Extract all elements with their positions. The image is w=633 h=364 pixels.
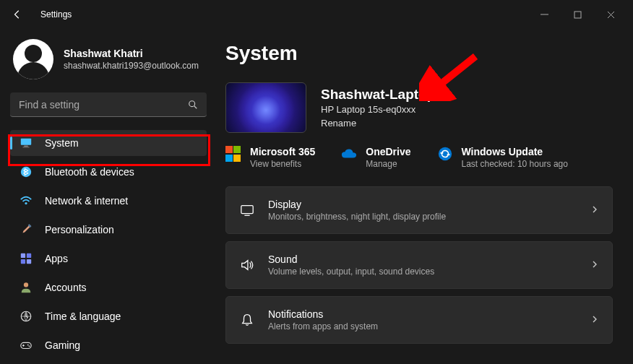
person-icon	[19, 280, 33, 295]
maximize-icon	[574, 11, 582, 19]
sidebar-item-system[interactable]: System	[10, 130, 207, 156]
service-title: Microsoft 365	[250, 146, 315, 157]
sidebar-item-label: System	[45, 137, 79, 149]
sidebar: Shashwat Khatri shashwat.khatri1993@outl…	[0, 29, 217, 364]
main-content: System Shashwat-Laptop HP Laptop 15s-eq0…	[217, 29, 633, 364]
service-microsoft-[interactable]: Microsoft 365View benefits	[225, 146, 315, 169]
monitor-icon	[19, 136, 33, 150]
service-title: Windows Update	[462, 146, 568, 157]
page-title: System	[225, 42, 613, 65]
window-controls	[528, 3, 627, 26]
card-title: Sound	[268, 254, 590, 265]
cloud-icon	[341, 146, 357, 162]
svg-point-19	[438, 147, 451, 160]
device-info: Shashwat-Laptop HP Laptop 15s-eq0xxx Ren…	[225, 82, 613, 133]
user-email: shashwat.khatri1993@outlook.com	[64, 61, 199, 71]
sidebar-item-label: Bluetooth & devices	[45, 166, 134, 178]
svg-rect-1	[574, 12, 581, 18]
service-windows-update[interactable]: Windows UpdateLast checked: 10 hours ago	[437, 146, 568, 169]
sidebar-item-label: Gaming	[45, 339, 80, 351]
device-name: Shashwat-Laptop	[321, 87, 435, 103]
maximize-button[interactable]	[561, 3, 594, 26]
service-action: Manage	[366, 159, 410, 169]
card-title: Display	[268, 199, 590, 210]
svg-rect-13	[27, 259, 31, 264]
sound-icon	[239, 257, 255, 273]
svg-rect-10	[21, 254, 25, 258]
sidebar-item-accounts[interactable]: Accounts	[10, 274, 207, 300]
apps-icon	[19, 251, 33, 266]
sidebar-item-gaming[interactable]: Gaming	[10, 332, 207, 358]
svg-rect-11	[27, 254, 31, 258]
card-display[interactable]: DisplayMonitors, brightness, night light…	[225, 186, 613, 234]
svg-point-8	[25, 202, 27, 204]
sidebar-item-network-internet[interactable]: Network & internet	[10, 188, 207, 214]
svg-point-14	[24, 282, 28, 287]
display-icon	[239, 202, 255, 218]
service-onedrive[interactable]: OneDriveManage	[341, 146, 410, 169]
svg-point-2	[189, 100, 195, 106]
window-title: Settings	[40, 9, 528, 20]
svg-point-18	[29, 345, 30, 347]
device-wallpaper-thumbnail[interactable]	[225, 82, 306, 133]
gamepad-icon	[19, 338, 33, 352]
rename-link[interactable]: Rename	[321, 118, 435, 129]
sidebar-item-time-language[interactable]: Time & language	[10, 303, 207, 329]
update-icon	[437, 146, 453, 162]
card-subtitle: Monitors, brightness, night light, displ…	[268, 212, 590, 222]
card-title: Notifications	[268, 308, 590, 320]
card-notifications[interactable]: NotificationsAlerts from apps and system	[225, 296, 613, 344]
services-row: Microsoft 365View benefitsOneDriveManage…	[225, 146, 613, 169]
svg-point-17	[27, 344, 29, 346]
svg-rect-12	[21, 259, 25, 264]
minimize-icon	[541, 11, 548, 19]
back-button[interactable]	[6, 3, 29, 26]
chevron-right-icon	[590, 204, 599, 217]
close-button[interactable]	[594, 3, 627, 26]
sidebar-item-label: Apps	[45, 253, 68, 264]
sidebar-item-label: Network & internet	[45, 195, 128, 207]
avatar	[13, 39, 53, 79]
sidebar-item-bluetooth-devices[interactable]: Bluetooth & devices	[10, 159, 207, 185]
svg-rect-6	[23, 147, 30, 147]
svg-line-3	[194, 105, 197, 108]
service-action: View benefits	[250, 159, 315, 169]
svg-rect-20	[241, 206, 253, 214]
sidebar-item-label: Accounts	[45, 282, 87, 293]
user-name: Shashwat Khatri	[64, 48, 199, 59]
chevron-right-icon	[590, 259, 599, 272]
card-subtitle: Alerts from apps and system	[268, 321, 590, 332]
device-model: HP Laptop 15s-eq0xxx	[321, 104, 435, 115]
wifi-icon	[19, 194, 33, 208]
titlebar: Settings	[0, 0, 633, 29]
card-sound[interactable]: SoundVolume levels, output, input, sound…	[225, 241, 613, 289]
close-icon	[607, 11, 615, 19]
svg-rect-4	[21, 139, 31, 145]
bluetooth-icon	[19, 165, 33, 179]
user-profile[interactable]: Shashwat Khatri shashwat.khatri1993@outl…	[10, 29, 207, 92]
svg-rect-16	[21, 342, 31, 348]
settings-cards: DisplayMonitors, brightness, night light…	[225, 186, 613, 344]
service-action: Last checked: 10 hours ago	[462, 159, 568, 169]
search-box[interactable]	[10, 92, 207, 117]
chevron-right-icon	[590, 313, 599, 326]
service-title: OneDrive	[366, 146, 410, 157]
svg-rect-5	[24, 146, 27, 147]
sidebar-item-label: Time & language	[45, 311, 121, 322]
search-input[interactable]	[19, 99, 188, 110]
bell-icon	[239, 312, 255, 328]
sidebar-item-personalization[interactable]: Personalization	[10, 217, 207, 243]
back-arrow-icon	[12, 9, 22, 20]
sidebar-item-label: Personalization	[45, 224, 114, 235]
microsoft-icon	[225, 146, 241, 162]
sidebar-item-apps[interactable]: Apps	[10, 246, 207, 272]
minimize-button[interactable]	[528, 3, 561, 26]
paintbrush-icon	[19, 222, 33, 237]
clock-globe-icon	[19, 309, 33, 324]
card-subtitle: Volume levels, output, input, sound devi…	[268, 266, 590, 277]
nav-list: SystemBluetooth & devicesNetwork & inter…	[10, 130, 207, 364]
search-icon	[188, 100, 198, 110]
